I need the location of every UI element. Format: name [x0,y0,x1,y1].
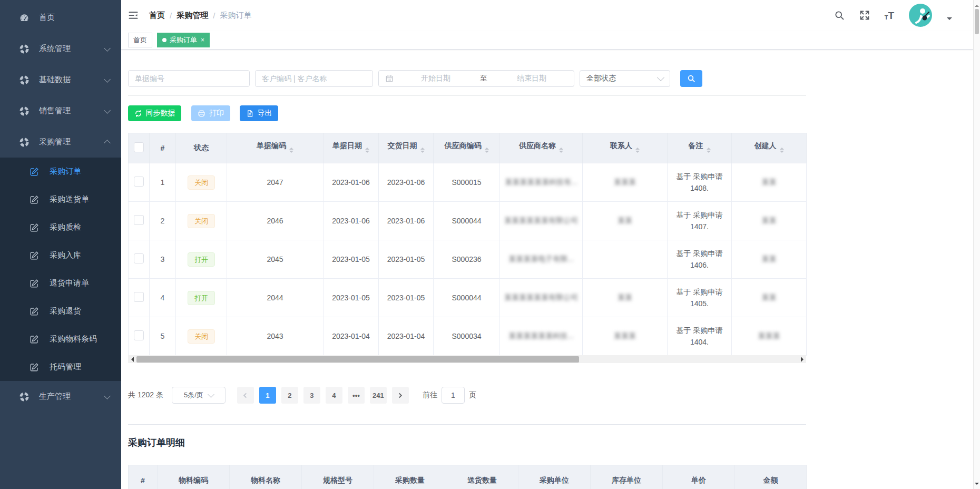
search-icon[interactable] [834,10,845,21]
status-select[interactable]: 全部状态 [580,70,670,87]
page-button-last[interactable]: 241 [370,387,387,404]
table-row[interactable]: 1 关闭 2047 2023-01-06 2023-01-06 S000015 … [129,163,807,202]
breadcrumb-home[interactable]: 首页 [149,11,165,21]
scroll-down-icon[interactable] [975,483,979,487]
row-checkbox[interactable] [134,177,144,187]
sidebar-item-pallet-code[interactable]: 托码管理 [0,353,121,381]
prev-page-button[interactable] [237,387,254,404]
table-row[interactable]: 4 打开 2044 2023-01-05 2023-01-05 S000044 … [129,279,807,317]
page-size-select[interactable]: 5条/页 [172,387,226,404]
search-button[interactable] [680,70,702,87]
sort-icon[interactable] [707,145,711,155]
col-delivery-date[interactable]: 交货日期 [379,133,434,163]
cell-doc-no: 2046 [227,202,324,240]
jump-page-input[interactable] [442,387,465,404]
row-checkbox[interactable] [134,292,144,302]
select-all-checkbox[interactable] [134,142,144,152]
doc-no-input[interactable] [128,70,250,87]
print-button[interactable]: 打印 [191,105,230,121]
breadcrumb-current: 采购订单 [220,11,251,21]
sidebar-item-purchase-return[interactable]: 采购退货 [0,297,121,325]
sidebar-item-material-barcode[interactable]: 采购物料条码 [0,325,121,353]
sort-icon[interactable] [559,145,563,155]
col-remark[interactable]: 备注 [668,133,732,163]
sidebar-group-system[interactable]: 系统管理 [0,33,121,64]
close-icon[interactable]: × [201,36,204,44]
table-row[interactable]: 2 关闭 2046 2023-01-06 2023-01-06 S000044 … [129,202,807,240]
col-supplier-name[interactable]: 供应商名称 [500,133,583,163]
col-creator[interactable]: 创建人 [732,133,807,163]
scroll-right-icon[interactable] [798,355,806,363]
sort-icon[interactable] [289,145,293,155]
cell-supplier-name: 某某某某某某有限公司 [500,279,583,317]
sort-icon[interactable] [420,145,425,155]
row-checkbox[interactable] [134,253,144,263]
fullscreen-icon[interactable] [859,10,870,21]
page-button-1[interactable]: 1 [259,387,276,404]
col-doc-no[interactable]: 单据编码 [227,133,324,163]
sidebar-group-basedata[interactable]: 基础数据 [0,64,121,95]
purchase-submenu: 采购订单 采购送货单 采购质检 采购入库 退货申请单 采购退货 [0,158,121,381]
sync-data-button[interactable]: 同步数据 [128,105,181,121]
sidebar-group-sales[interactable]: 销售管理 [0,95,121,126]
table-row[interactable]: 5 关闭 2043 2023-01-04 2023-01-04 S000034 … [129,317,807,356]
status-badge: 关闭 [188,329,215,344]
edit-icon [30,363,39,372]
avatar-dropdown-caret-icon[interactable] [947,17,952,23]
more-pages-button[interactable]: ••• [348,387,365,404]
sidebar-item-purchase-order[interactable]: 采购订单 [0,158,121,185]
sort-icon[interactable] [365,145,369,155]
edit-icon [30,195,39,204]
sidebar-item-home[interactable]: 首页 [0,2,121,33]
tag-purchase-order[interactable]: 采购订单 × [157,33,210,47]
tag-home[interactable]: 首页 [128,33,152,47]
sidebar-item-purchase-qc[interactable]: 采购质检 [0,213,121,241]
end-date-placeholder[interactable]: 结束日期 [489,74,574,83]
sidebar-group-production[interactable]: 生产管理 [0,381,121,412]
breadcrumb-separator: / [213,11,215,20]
page-button-4[interactable]: 4 [326,387,342,404]
avatar-figure [909,4,932,27]
sidebar-item-return-request[interactable]: 退货申请单 [0,269,121,297]
sort-icon[interactable] [485,145,489,155]
row-checkbox[interactable] [134,215,144,225]
search-icon [687,74,695,83]
date-range-picker[interactable]: 开始日期 至 结束日期 [378,70,574,87]
start-date-placeholder[interactable]: 开始日期 [394,74,478,83]
sidebar-collapse-icon[interactable] [128,10,139,21]
col-label: 交货日期 [388,141,417,150]
sort-icon[interactable] [635,145,640,155]
col-supplier-code[interactable]: 供应商编码 [434,133,500,163]
cell-doc-date: 2023-01-05 [324,279,379,317]
sidebar-item-purchase-inbound[interactable]: 采购入库 [0,241,121,269]
scroll-up-icon[interactable] [975,3,979,7]
customer-input[interactable] [255,70,373,87]
vertical-scrollbar-thumb[interactable] [975,9,979,34]
export-button[interactable]: 导出 [240,105,278,121]
breadcrumb-purchase[interactable]: 采购管理 [177,11,208,21]
font-size-icon[interactable]: TT [885,11,894,21]
sort-icon[interactable] [780,145,784,155]
page-button-3[interactable]: 3 [303,387,320,404]
table-row[interactable]: 3 打开 2045 2023-01-05 2023-01-05 S000236 … [129,240,807,279]
cell-remark: 基于 采购申请 1408. [668,163,732,202]
dcol-material-code: 物料编码 [158,465,230,489]
cell-delivery-date: 2023-01-06 [379,163,434,202]
col-doc-date[interactable]: 单据日期 [324,133,379,163]
vertical-scrollbar[interactable] [973,0,980,489]
horizontal-scrollbar-thumb[interactable] [136,356,579,363]
cell-supplier-name: 某某某某某某科技有... [500,163,583,202]
avatar[interactable] [909,4,932,27]
col-index: # [150,133,176,163]
dcol-purchase-qty: 采购数量 [374,465,446,489]
cell-delivery-date: 2023-01-05 [379,240,434,279]
scroll-left-icon[interactable] [128,355,136,363]
dcol-stock-unit: 库存单位 [591,465,663,489]
sidebar-item-purchase-delivery[interactable]: 采购送货单 [0,185,121,213]
next-page-button[interactable] [392,387,409,404]
row-checkbox[interactable] [134,330,144,340]
page-button-2[interactable]: 2 [281,387,298,404]
horizontal-scrollbar[interactable] [128,355,806,363]
col-contact[interactable]: 联系人 [583,133,668,163]
sidebar-group-purchase[interactable]: 采购管理 [0,126,121,158]
